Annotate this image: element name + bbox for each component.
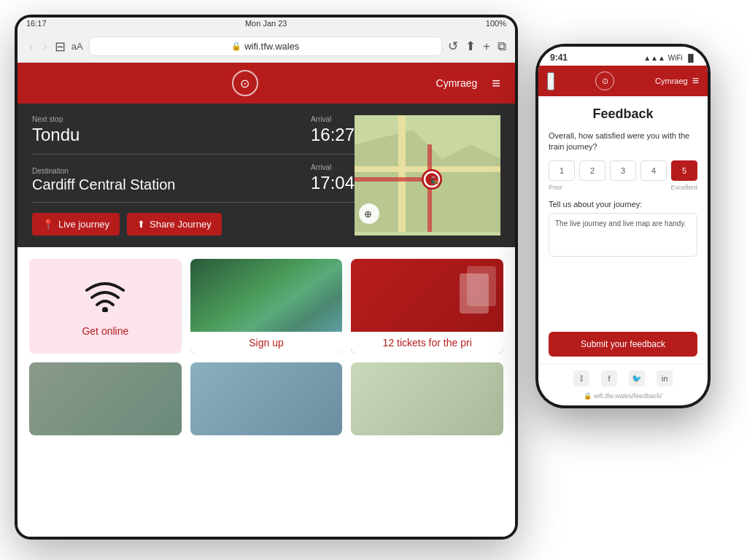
logo-symbol: ⊙ <box>240 77 249 90</box>
rating-poor-label: Poor <box>549 184 562 191</box>
phone-footer: 𝕀 f 🐦 in <box>538 364 708 389</box>
tab-switcher-button[interactable]: ⧉ <box>498 39 506 54</box>
twitter-icon[interactable]: 🐦 <box>629 370 645 386</box>
destination-label: Destination <box>32 167 175 175</box>
tickets-label-bg: 12 tickets for the pri <box>351 332 503 354</box>
rating-5-button[interactable]: 5 <box>671 160 697 181</box>
share-button[interactable]: ⬆ <box>465 39 476 54</box>
location-icon: 📍 <box>42 219 54 230</box>
submit-feedback-button[interactable]: Submit your feedback <box>549 332 697 357</box>
forward-button[interactable]: › <box>40 39 50 55</box>
linkedin-icon[interactable]: in <box>657 370 673 386</box>
browser-actions: ↺ ⬆ + ⧉ <box>448 39 506 54</box>
share-journey-button[interactable]: ⬆ Share Journey <box>127 213 222 236</box>
tablet-time: 16:17 <box>26 19 47 28</box>
share-icon: ⬆ <box>137 219 145 230</box>
cards-row-1: Get online Sign up <box>29 259 503 354</box>
refresh-button[interactable]: ↺ <box>448 39 458 54</box>
next-stop-row: Next stop Tondu Arrival 16:27 <box>32 115 355 155</box>
phone-header-right: Cymraeg ≡ <box>655 74 699 88</box>
tablet-status-bar: 16:17 Mon Jan 23 100% <box>18 18 515 31</box>
tickets-card[interactable]: 12 tickets for the pri <box>351 259 503 354</box>
rating-4-button[interactable]: 4 <box>640 160 667 181</box>
phone-signal: ▲▲▲ <box>643 54 665 62</box>
train-card[interactable] <box>190 362 343 435</box>
scene: 16:17 Mon Jan 23 100% ‹ › ⊟ aA 🔒 wifi.tf… <box>0 0 747 560</box>
phone-back-button[interactable]: ‹ <box>547 72 554 90</box>
browser-nav: ‹ › ⊟ <box>26 39 66 55</box>
tablet-device: 16:17 Mon Jan 23 100% ‹ › ⊟ aA 🔒 wifi.tf… <box>15 15 518 540</box>
sign-up-label-bg: Sign up <box>190 332 343 354</box>
app-header: ⊙ Cymraeg ≡ <box>18 63 515 104</box>
cards-section: Get online Sign up <box>18 247 515 537</box>
phone-status-bar: 9:41 ▲▲▲ WiFi ▐▌ <box>538 47 708 66</box>
instagram-icon[interactable]: 𝕀 <box>573 370 589 386</box>
rating-excellent-label: Excellent <box>670 184 697 191</box>
get-online-card[interactable]: Get online <box>29 259 182 354</box>
get-online-label: Get online <box>82 325 128 337</box>
bookmarks-icon: ⊟ <box>55 39 66 55</box>
destination-info: Destination Cardiff Central Station <box>32 167 175 193</box>
phone-cymraeg[interactable]: Cymraeg <box>655 77 688 85</box>
next-stop-value: Tondu <box>32 125 80 145</box>
rating-row: 1 2 3 4 5 <box>549 160 697 181</box>
next-stop-label: Next stop <box>32 115 80 123</box>
sign-up-label: Sign up <box>249 337 283 349</box>
destination-row: Destination Cardiff Central Station Arri… <box>32 163 355 203</box>
rating-labels: Poor Excellent <box>549 184 697 191</box>
phone-logo: ⊙ <box>595 71 614 90</box>
map-area: 🚂 ⊕ <box>355 115 500 236</box>
arrival-time-2: 17:04 <box>311 173 355 193</box>
journey-buttons: 📍 Live journey ⬆ Share Journey <box>32 213 355 236</box>
phone-lock-icon: 🔒 <box>584 392 594 400</box>
live-journey-button[interactable]: 📍 Live journey <box>32 213 120 236</box>
phone-status-icons: ▲▲▲ WiFi ▐▌ <box>643 54 696 62</box>
font-size-control[interactable]: aA <box>71 41 83 52</box>
header-right: Cymraeg ≡ <box>436 75 500 92</box>
new-tab-button[interactable]: + <box>483 39 490 54</box>
phone-url-bar: 🔒 wifi.tfw.wales/feedback/ <box>538 389 708 405</box>
journey-panel: Next stop Tondu Arrival 16:27 Destinatio… <box>18 104 515 247</box>
sign-up-card[interactable]: Sign up <box>190 259 343 354</box>
svg-text:🚂: 🚂 <box>430 176 439 185</box>
url-text: wifi.tfw.wales <box>244 41 299 52</box>
arrival-time-1: 16:27 <box>311 125 355 145</box>
arrival-label-1: Arrival <box>311 115 355 123</box>
cards-row-2 <box>29 362 503 435</box>
extra-card[interactable] <box>351 362 503 435</box>
phone-wifi-icon: WiFi <box>668 54 683 62</box>
rating-1-button[interactable]: 1 <box>549 160 575 181</box>
next-stop-info: Next stop Tondu <box>32 115 80 145</box>
journey-feedback-input[interactable]: The live journey and live map are handy. <box>549 213 697 257</box>
phone-url-text: wifi.tfw.wales/feedback/ <box>594 392 662 400</box>
menu-icon[interactable]: ≡ <box>492 75 500 92</box>
svg-rect-5 <box>355 177 427 182</box>
back-button[interactable]: ‹ <box>26 39 36 55</box>
lock-icon: 🔒 <box>231 42 241 51</box>
address-bar[interactable]: 🔒 wifi.tfw.wales <box>89 36 443 56</box>
tickets-label: 12 tickets for the pri <box>383 337 472 349</box>
journey-info: Next stop Tondu Arrival 16:27 Destinatio… <box>32 115 355 236</box>
rating-3-button[interactable]: 3 <box>610 160 636 181</box>
phone-logo-symbol: ⊙ <box>602 77 608 86</box>
browser-bar: ‹ › ⊟ aA 🔒 wifi.tfw.wales ↺ ⬆ + ⧉ <box>18 31 515 63</box>
arrival-label-2: Arrival <box>311 163 355 171</box>
cymraeg-link[interactable]: Cymraeg <box>436 77 478 89</box>
phone-header: ‹ ⊙ Cymraeg ≡ <box>538 66 708 96</box>
phone-menu-icon[interactable]: ≡ <box>692 74 699 88</box>
phone-time: 9:41 <box>550 52 568 63</box>
svg-rect-2 <box>398 115 406 232</box>
rating-2-button[interactable]: 2 <box>579 160 605 181</box>
feedback-title: Feedback <box>549 106 697 122</box>
live-journey-label: Live journey <box>58 219 109 230</box>
feedback-question: Overall, how satisfied were you with the… <box>549 131 697 153</box>
tfw-logo: ⊙ <box>232 70 258 96</box>
map-background: 🚂 ⊕ <box>355 115 500 236</box>
facebook-icon[interactable]: f <box>601 370 617 386</box>
people-card[interactable] <box>29 362 182 435</box>
phone-content: Feedback Overall, how satisfied were you… <box>538 96 708 364</box>
wifi-icon <box>83 276 127 316</box>
map-svg: 🚂 ⊕ <box>355 115 500 232</box>
share-journey-label: Share Journey <box>150 219 212 230</box>
tablet-battery: 100% <box>486 19 506 28</box>
